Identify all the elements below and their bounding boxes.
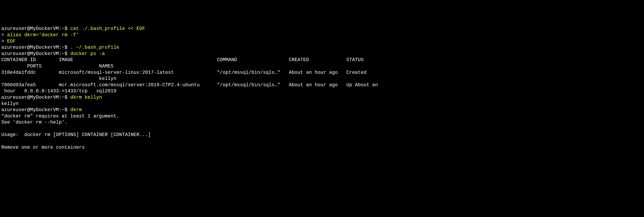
output-text: 310e4da1fddc microsoft/mssql-server-linu…	[1, 70, 366, 75]
output-text: kellyn	[1, 101, 18, 106]
terminal-line: azureuser@MyDockerVM:~$ docker ps -a	[1, 51, 643, 57]
continuation-prompt: >	[1, 32, 7, 38]
output-text: See 'docker rm --help'.	[1, 120, 68, 125]
terminal-line: Remove one or more containers	[1, 145, 643, 151]
terminal-line	[1, 138, 643, 145]
terminal-line: kellyn	[1, 76, 643, 82]
shell-prompt: azureuser@MyDockerVM:~$	[1, 45, 70, 50]
shell-prompt: azureuser@MyDockerVM:~$	[1, 26, 70, 31]
shell-command: alias dkrm='docker rm -f'	[7, 32, 79, 38]
terminal-line: PORTS NAMES	[1, 63, 643, 70]
shell-prompt: azureuser@MyDockerVM:~$	[1, 107, 70, 113]
shell-command: dkrm kellyn	[70, 95, 102, 100]
output-text: Remove one or more containers	[1, 145, 85, 150]
output-text: CONTAINER ID IMAGE COMMAND CREATED STATU…	[1, 57, 364, 63]
output-text: PORTS NAMES	[1, 64, 114, 69]
terminal-line: > alias dkrm='docker rm -f'	[1, 32, 643, 38]
terminal-line: hour 0.0.0.0:1433->1433/tcp sql2019	[1, 88, 643, 94]
shell-command: dkrm	[70, 107, 82, 113]
terminal-line: Usage: docker rm [OPTIONS] CONTAINER [CO…	[1, 132, 643, 138]
terminal-line: azureuser@MyDockerVM:~$ cat ./.bash_prof…	[1, 26, 643, 32]
shell-prompt: azureuser@MyDockerVM:~$	[1, 95, 70, 100]
terminal-line: 310e4da1fddc microsoft/mssql-server-linu…	[1, 70, 643, 76]
shell-command: cat ./.bash_profile << EOF	[70, 26, 145, 31]
output-text: kellyn	[1, 76, 116, 81]
terminal-line: > EOF	[1, 38, 643, 45]
output-text: "docker rm" requires at least 1 argument…	[1, 114, 119, 119]
output-text: Usage: docker rm [OPTIONS] CONTAINER [CO…	[1, 132, 151, 138]
shell-command: docker ps -a	[70, 51, 105, 57]
terminal-line: kellyn	[1, 101, 643, 107]
shell-prompt: azureuser@MyDockerVM:~$	[1, 51, 70, 57]
terminal-line: See 'docker rm --help'.	[1, 120, 643, 126]
terminal-line: azureuser@MyDockerVM:~$ . ~/.bash_profil…	[1, 45, 643, 51]
terminal-line: azureuser@MyDockerVM:~$ dkrm kellyn	[1, 94, 643, 101]
continuation-prompt: >	[1, 39, 7, 44]
shell-command: . ~/.bash_profile	[70, 45, 119, 50]
terminal-line: azureuser@MyDockerVM:~$ dkrm	[1, 107, 643, 113]
terminal-line: 7860d93a7ea5 mcr.microsoft.com/mssql/ser…	[1, 82, 643, 88]
output-text	[1, 126, 4, 131]
output-text: 7860d93a7ea5 mcr.microsoft.com/mssql/ser…	[1, 82, 378, 88]
terminal-line: "docker rm" requires at least 1 argument…	[1, 113, 643, 120]
shell-command: EOF	[7, 39, 16, 44]
terminal-line	[1, 126, 643, 132]
terminal-output[interactable]: azureuser@MyDockerVM:~$ cat ./.bash_prof…	[1, 26, 643, 151]
terminal-line: CONTAINER ID IMAGE COMMAND CREATED STATU…	[1, 57, 643, 63]
output-text	[1, 138, 4, 144]
output-text: hour 0.0.0.0:1433->1433/tcp sql2019	[1, 88, 116, 94]
